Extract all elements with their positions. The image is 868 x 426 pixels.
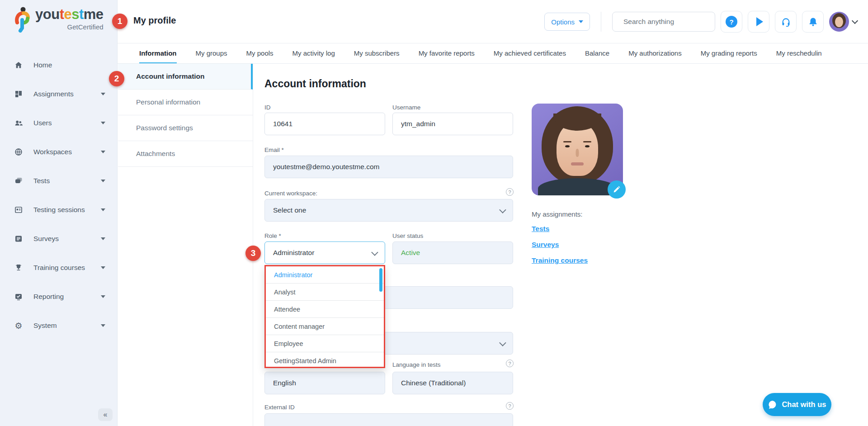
sidebar-item-training-courses[interactable]: Training courses [0,256,117,279]
trophy-icon [14,263,24,273]
sidebar-item-workspaces[interactable]: Workspaces [0,140,117,164]
profile-photo [532,104,623,195]
chevron-down-icon [371,249,378,256]
language-in-tests-help-icon[interactable]: ? [506,360,514,367]
annotation-badge-3: 3 [245,246,261,261]
chevron-down-icon [101,180,105,182]
edit-photo-button[interactable] [608,180,626,199]
external-id-label: External ID [264,404,295,411]
assignments-icon [14,89,24,99]
email-field[interactable] [264,156,513,178]
id-field[interactable] [264,113,385,135]
tab-my-favorite-reports[interactable]: My favorite reports [419,43,475,64]
external-id-field[interactable] [264,413,513,426]
dropdown-scrollbar[interactable] [379,268,382,292]
workspace-label: Current workspace: [264,190,317,197]
my-assignments-label: My assignments: [532,210,583,218]
subnav-account-information[interactable]: Account information [118,64,253,90]
tab-my-rescheduling[interactable]: My reschedulin [776,43,822,64]
sidebar-item-reporting[interactable]: Reporting [0,285,117,308]
surveys-icon [14,234,24,244]
brand-wordmark: youtestme [35,6,104,23]
sidebar-collapse-button[interactable]: « [98,408,113,421]
chevron-down-icon [101,151,105,153]
tab-my-pools[interactable]: My pools [246,43,274,64]
sidebar-item-system[interactable]: ⚙ System [0,314,117,337]
role-option-attendee[interactable]: Attendee [266,301,384,318]
header-divider [601,12,601,32]
tab-my-subscribers[interactable]: My subscribers [354,43,400,64]
chevron-down-icon [101,237,105,240]
sidebar-nav: Home Assignments Users Workspaces Tests [0,53,117,343]
tests-icon [14,176,24,186]
role-option-gettingstarted-admin[interactable]: GettingStarted Admin [266,352,384,369]
avatar [829,12,849,32]
tab-balance[interactable]: Balance [585,43,609,64]
role-select[interactable]: Administrator [264,241,385,264]
sidebar-item-users[interactable]: Users [0,111,117,135]
role-option-administrator[interactable]: Administrator [266,266,384,284]
chevron-down-icon [499,339,506,346]
tab-my-authorizations[interactable]: My authorizations [628,43,682,64]
testing-sessions-icon [14,205,24,215]
user-menu[interactable] [829,12,857,32]
tab-my-activity-log[interactable]: My activity log [292,43,335,64]
sidebar-item-surveys[interactable]: Surveys [0,227,117,251]
tab-information[interactable]: Information [139,43,177,64]
annotation-badge-1: 1 [112,14,127,29]
chevron-down-icon [579,20,583,23]
globe-icon [14,147,24,157]
tab-my-grading-reports[interactable]: My grading reports [701,43,757,64]
tab-my-achieved-certificates[interactable]: My achieved certificates [494,43,566,64]
email-label: Email * [264,147,284,153]
chevron-down-icon [852,18,858,24]
language-field[interactable]: English [264,372,385,394]
chevron-down-icon [101,93,105,95]
search-input[interactable] [623,17,715,26]
sidebar-item-home[interactable]: Home [0,53,117,77]
brand-logo[interactable]: youtestme GetCertified [13,6,104,33]
chevron-down-icon [101,122,105,124]
status-field: Active [392,241,513,264]
video-tutorials-button[interactable] [748,11,769,33]
chevron-down-icon [101,208,105,211]
subnav-personal-information[interactable]: Personal information [118,90,253,115]
chevron-down-icon [101,295,105,298]
help-button[interactable]: ? [721,11,742,33]
chevron-down-icon [499,206,506,213]
sidebar-item-assignments[interactable]: Assignments [0,82,117,106]
play-icon [756,17,763,26]
notifications-button[interactable] [802,11,824,33]
page-title: My profile [133,15,176,26]
sidebar: youtestme GetCertified Home Assignments … [0,0,118,426]
app-root: youtestme GetCertified Home Assignments … [0,0,868,426]
language-in-tests-label: Language in tests [392,361,441,368]
gear-icon: ⚙ [14,321,24,331]
subnav-attachments[interactable]: Attachments [118,141,253,167]
subnav-password-settings[interactable]: Password settings [118,115,253,141]
status-value: Active [401,249,420,257]
surveys-link[interactable]: Surveys [532,241,559,249]
workspace-select[interactable]: Select one [264,199,513,222]
workspace-help-icon[interactable]: ? [506,188,514,196]
options-button[interactable]: Options [544,13,590,31]
annotation-badge-2: 2 [109,71,124,86]
headset-icon [781,17,791,27]
external-id-help-icon[interactable]: ? [506,402,514,410]
role-option-content-manager[interactable]: Content manager [266,318,384,335]
search-box[interactable] [612,12,715,32]
users-icon [14,118,24,128]
username-field[interactable] [392,113,513,135]
tests-link[interactable]: Tests [532,225,549,233]
sidebar-item-testing-sessions[interactable]: Testing sessions [0,198,117,222]
training-courses-link[interactable]: Training courses [532,256,588,265]
tab-my-groups[interactable]: My groups [196,43,227,64]
language-in-tests-field[interactable]: Chinese (Traditional) [392,372,513,394]
profile-subnav: Account information Personal information… [118,64,253,167]
role-option-employee[interactable]: Employee [266,335,384,352]
chat-with-us-button[interactable]: Chat with us [763,393,831,416]
sidebar-item-tests[interactable]: Tests [0,169,117,193]
support-button[interactable] [775,11,797,33]
id-label: ID [264,104,271,111]
role-option-analyst[interactable]: Analyst [266,284,384,301]
